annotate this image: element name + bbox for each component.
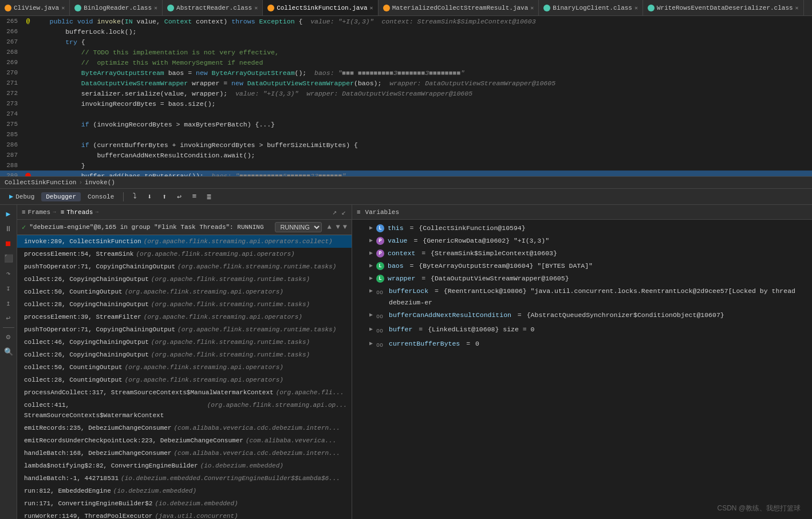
current-line-indicator: @ xyxy=(26,18,30,25)
var-value: 0 xyxy=(475,340,479,347)
tab-close[interactable]: ✕ xyxy=(530,5,534,11)
run-to-cursor-btn[interactable]: ↩ xyxy=(173,191,186,203)
variable-item: ▶ L this = {CollectSinkFunction@10594} xyxy=(352,222,812,235)
debug-tab-debug[interactable]: ▶ Debug xyxy=(5,191,39,202)
variable-item: ▶ P context = {StreamSink$SimpleContext@… xyxy=(352,247,812,260)
var-expand-btn[interactable]: ▶ xyxy=(367,338,375,350)
tab-close[interactable]: ✕ xyxy=(154,5,157,11)
tab-label: AbstractReader.class xyxy=(176,5,252,11)
settings-side-btn[interactable]: ⚙ xyxy=(2,330,15,344)
variable-item: ▶ L wrapper = {DataOutputViewStreamWrapp… xyxy=(352,272,812,285)
frame-item[interactable]: collect:50, CountingOutput (org.apache.f… xyxy=(17,286,352,298)
code-line-288: 288 } xyxy=(0,160,812,171)
expand-action[interactable]: ↗ xyxy=(331,208,338,217)
frame-item[interactable]: emitRecordsUnderCheckpointLock:223, Debe… xyxy=(17,434,352,447)
frame-item[interactable]: invoke:289, CollectSinkFunction (org.apa… xyxy=(17,235,352,248)
resume-btn[interactable]: ▶ xyxy=(2,207,15,221)
side-separator xyxy=(3,327,14,328)
frames-icon: ≡ xyxy=(22,209,26,216)
search-side-btn[interactable]: 🔍 xyxy=(2,345,15,359)
panel-header: ≡ Frames → ≡ Threads → ↗ ↙ xyxy=(17,205,352,220)
var-name: buffer xyxy=(389,326,412,333)
var-expand-btn[interactable]: ▶ xyxy=(367,248,375,259)
debug-tab-debugger[interactable]: Debugger xyxy=(41,192,81,201)
java-icon xyxy=(383,5,390,11)
frame-item[interactable]: runWorker:1149, ThreadPoolExecutor (java… xyxy=(17,510,352,519)
frame-item[interactable]: run:812, EmbeddedEngine (io.debezium.emb… xyxy=(17,485,352,497)
tab-close[interactable]: ✕ xyxy=(634,5,638,11)
step-into-btn[interactable]: ⬇ xyxy=(143,191,156,203)
evaluate-btn[interactable]: ≡ xyxy=(188,191,200,203)
thread-down-btn[interactable]: ▼ xyxy=(334,223,342,231)
step-into-side-btn[interactable]: ↧ xyxy=(2,282,15,295)
watch-btn[interactable]: ≣ xyxy=(203,191,215,203)
tab-materialized[interactable]: MaterializedCollectStreamResult.java ✕ xyxy=(379,0,539,15)
tab-label: BinlogReader.class xyxy=(84,5,152,11)
var-name: wrapper xyxy=(388,275,415,282)
var-expand-btn[interactable]: ▶ xyxy=(367,223,375,234)
run-cursor-side-btn[interactable]: ↩ xyxy=(2,311,15,325)
var-value: {DataOutputViewStreamWrapper@10605} xyxy=(431,275,569,282)
var-expand-btn[interactable]: ▶ xyxy=(367,235,375,247)
var-expand-btn[interactable]: ▶ xyxy=(367,260,375,272)
breadcrumb-method[interactable]: invoke() xyxy=(85,179,115,186)
frames-arrow: → xyxy=(53,209,56,215)
frame-item[interactable]: collect:411, StreamSourceContexts$Waterm… xyxy=(17,399,352,422)
var-expand-btn[interactable]: ▶ xyxy=(367,286,375,297)
tab-abstractreader[interactable]: AbstractReader.class ✕ xyxy=(163,0,263,15)
thread-filter-btn[interactable]: ▼ xyxy=(343,223,347,231)
var-value: {GenericRowData@10602} "+I(3,3)" xyxy=(423,237,549,244)
var-expand-btn[interactable]: ▶ xyxy=(367,324,375,335)
tab-close[interactable]: ✕ xyxy=(61,5,65,11)
frame-item[interactable]: pushToOperator:71, CopyingChainingOutput… xyxy=(17,323,352,336)
frame-item[interactable]: handleBatch:168, DebeziumChangeConsumer … xyxy=(17,447,352,459)
frame-item[interactable]: emitRecords:235, DebeziumChangeConsumer … xyxy=(17,422,352,434)
tab-binlogreader[interactable]: BinlogReader.class ✕ xyxy=(70,0,163,15)
var-expand-btn[interactable]: ▶ xyxy=(367,273,375,284)
tab-binarylog[interactable]: BinaryLogClient.class ✕ xyxy=(539,0,643,15)
frame-item[interactable]: run:171, ConvertingEngineBuilder$2 (io.d… xyxy=(17,497,352,510)
frame-item[interactable]: collect:28, CountingOutput (org.apache.f… xyxy=(17,374,352,386)
tab-writerows[interactable]: WriteRowsEventDataDeserializer.class ✕ xyxy=(643,0,804,15)
thread-up-btn[interactable]: ▲ xyxy=(325,223,333,231)
breadcrumb-class[interactable]: CollectSinkFunction xyxy=(5,179,76,186)
mute-breakpoints-btn[interactable]: ⬛ xyxy=(2,252,15,266)
step-out-btn[interactable]: ⬆ xyxy=(158,191,171,203)
frame-item[interactable]: processElement:54, StreamSink (org.apach… xyxy=(17,248,352,260)
var-value: {ByteArrayOutputStream@10604} "[BYTES DA… xyxy=(419,262,593,270)
debug-tab-label: Console xyxy=(88,193,114,200)
frame-item[interactable]: processElement:39, StreamFilter (org.apa… xyxy=(17,311,352,323)
debug-tab-console[interactable]: Console xyxy=(83,192,119,201)
class-icon xyxy=(543,5,550,11)
var-icon: oo xyxy=(376,287,383,299)
stop-btn[interactable]: ⏹ xyxy=(2,237,15,251)
pause-btn[interactable]: ⏸ xyxy=(2,222,15,236)
collapse-action[interactable]: ↙ xyxy=(340,208,347,217)
frames-tab[interactable]: ≡ Frames → xyxy=(22,209,56,216)
tab-label: MaterializedCollectStreamResult.java xyxy=(392,5,529,11)
step-over-btn[interactable]: ⤵ xyxy=(128,191,141,203)
breadcrumb: CollectSinkFunction › invoke() xyxy=(0,176,812,189)
thread-dropdown[interactable]: RUNNING xyxy=(275,222,322,232)
frame-item[interactable]: collect:28, CopyingChainingOutput (org.a… xyxy=(17,298,352,311)
tab-close[interactable]: ✕ xyxy=(254,5,258,11)
tab-collectsink[interactable]: CollectSinkFunction.java ✕ xyxy=(263,0,378,15)
frame-item[interactable]: collect:26, CopyingChainingOutput (org.a… xyxy=(17,348,352,361)
frame-item[interactable]: collect:26, CopyingChainingOutput (org.a… xyxy=(17,273,352,286)
threads-tab[interactable]: ≡ Threads → xyxy=(61,209,98,216)
var-expand-btn[interactable]: ▶ xyxy=(367,310,375,321)
frame-item[interactable]: collect:50, CountingOutput (org.apache.f… xyxy=(17,361,352,374)
step-over-side-btn[interactable]: ↷ xyxy=(2,267,15,280)
frame-item[interactable]: handleBatch:-1, 442718531 (io.debezium.e… xyxy=(17,472,352,485)
debug-side-bar: ▶ ⏸ ⏹ ⬛ ↷ ↧ ↥ ↩ ⚙ 🔍 xyxy=(0,205,17,519)
tab-cliview[interactable]: CliView.java ✕ xyxy=(0,0,70,15)
tab-close[interactable]: ✕ xyxy=(795,5,799,11)
frame-item[interactable]: collect:46, CopyingChainingOutput (org.a… xyxy=(17,336,352,348)
tab-close[interactable]: ✕ xyxy=(370,5,373,11)
frame-item[interactable]: pushToOperator:71, CopyingChainingOutput… xyxy=(17,260,352,273)
threads-arrow: → xyxy=(95,209,98,215)
step-out-side-btn[interactable]: ↥ xyxy=(2,296,15,310)
frame-item[interactable]: processAndCollect:317, StreamSourceConte… xyxy=(17,386,352,399)
frame-item[interactable]: lambda$notifying$2:82, ConvertingEngineB… xyxy=(17,459,352,472)
thread-selector: ✓ "debezium-engine"@8,165 in group "Flin… xyxy=(17,220,352,235)
